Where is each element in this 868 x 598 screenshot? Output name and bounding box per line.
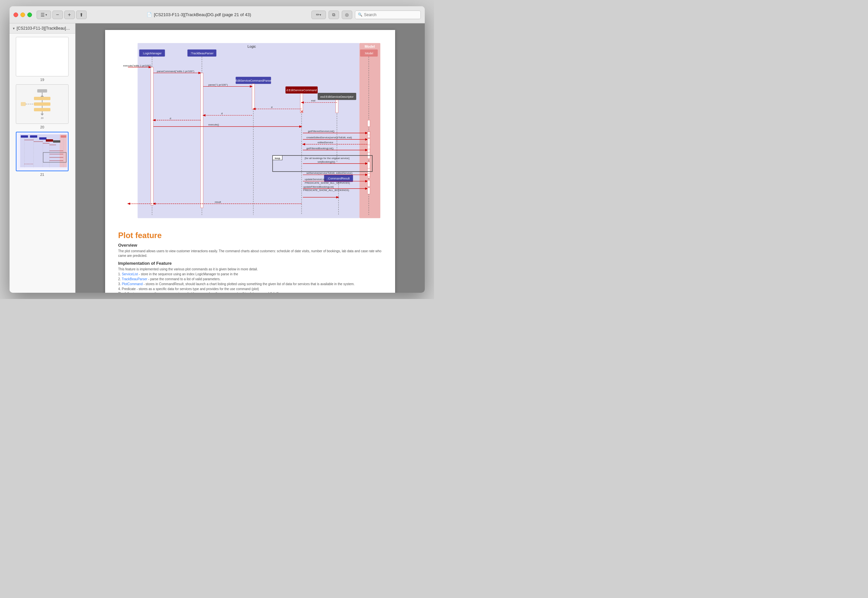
following-text: The following sequence diagram summarize… bbox=[118, 292, 382, 293]
svg-text:updateServiceList(: updateServiceList( bbox=[304, 178, 326, 181]
impl-item-1: 1. ServiceList - store in the sequence u… bbox=[118, 272, 382, 277]
page-num-21: 21 bbox=[40, 173, 44, 176]
svg-rect-62 bbox=[151, 67, 153, 205]
window-title: [CS2103-F11-3][TrackBeau]DG.pdf (page 21… bbox=[154, 12, 251, 17]
zoom-in-button[interactable]: + bbox=[64, 10, 75, 19]
svg-rect-20 bbox=[53, 140, 60, 143]
copy-button[interactable]: ⧉ bbox=[328, 10, 339, 19]
svg-text::EditServiceCommandParser: :EditServiceCommandParser bbox=[235, 79, 272, 82]
svg-rect-64 bbox=[252, 84, 255, 110]
pdf-area[interactable]: Logic Model :LogicManager :TrackBeauPars… bbox=[75, 23, 425, 293]
overview-heading: Overview bbox=[118, 243, 382, 248]
nav-button[interactable]: ◎ bbox=[342, 10, 352, 19]
sidebar-icon: ☰ bbox=[40, 12, 45, 18]
svg-rect-16 bbox=[21, 135, 28, 138]
svg-rect-18 bbox=[39, 137, 46, 140]
svg-rect-120 bbox=[367, 180, 370, 187]
svg-text::LogicManager: :LogicManager bbox=[142, 52, 162, 55]
svg-rect-3 bbox=[34, 97, 50, 100]
diagram-container: Logic Model :LogicManager :TrackBeauPars… bbox=[118, 40, 382, 224]
zoom-out-button[interactable]: − bbox=[52, 10, 63, 19]
svg-text:setService(serviceToEdit, edit: setService(serviceToEdit, editedService) bbox=[306, 172, 352, 175]
overview-text: The plot command allows users to view cu… bbox=[118, 249, 382, 258]
titlebar: ☰ ▾ − + ⬆ 📄 [CS2103-F11-3][TrackBeau]DG.… bbox=[9, 6, 425, 23]
page-thumb-20: 20 bbox=[16, 84, 69, 124]
svg-text:esd:EditServiceDescriptor: esd:EditServiceDescriptor bbox=[320, 95, 353, 99]
traffic-lights bbox=[13, 12, 32, 17]
svg-text::CommandResult: :CommandResult bbox=[327, 177, 350, 180]
svg-text::TrackBeauParser: :TrackBeauParser bbox=[190, 52, 213, 55]
svg-text:execute(): execute() bbox=[208, 123, 219, 126]
svg-text:updateFilteredBookingList(: updateFilteredBookingList( bbox=[303, 185, 333, 188]
svg-text:PREDICATE_SHOW_ALL_SERVICES): PREDICATE_SHOW_ALL_SERVICES) bbox=[304, 181, 350, 184]
svg-text:parseCommand("edits 1 pr/100"): parseCommand("edits 1 pr/100") bbox=[157, 70, 195, 73]
chevron-down-icon: ▾ bbox=[45, 13, 47, 16]
sidebar-toggle-button[interactable]: ☰ ▾ bbox=[37, 10, 51, 19]
svg-text:d: d bbox=[221, 112, 222, 115]
sequence-diagram: Logic Model :LogicManager :TrackBeauPars… bbox=[118, 40, 382, 223]
svg-text:d: d bbox=[271, 106, 272, 109]
app-window: ☰ ▾ − + ⬆ 📄 [CS2103-F11-3][TrackBeau]DG.… bbox=[9, 6, 425, 293]
svg-text::Model: :Model bbox=[364, 52, 373, 55]
impl-item-2: 2. TrackBeauParser - parse the command t… bbox=[118, 277, 382, 281]
impl-item-3: 3. PlotCommand - stores in CommandResult… bbox=[118, 281, 382, 287]
chevron-down-icon2: ▾ bbox=[320, 13, 321, 16]
minimize-button[interactable] bbox=[20, 12, 25, 17]
impl-item-4: 4. Predicate - stores as a specific data… bbox=[118, 287, 382, 292]
svg-text:getFilteredBookingList(): getFilteredBookingList() bbox=[306, 147, 333, 150]
annotate-button[interactable]: ✏ ▾ bbox=[312, 10, 326, 19]
svg-text:[for all bookings for the orig: [for all bookings for the original servi… bbox=[304, 157, 349, 160]
page-num-20: 20 bbox=[40, 125, 44, 129]
pen-icon: ✏ bbox=[316, 12, 320, 17]
search-icon: 🔍 bbox=[358, 12, 363, 17]
sidebar-title: [CS2103-F11-3][TrackBeau]D... bbox=[17, 26, 72, 31]
svg-marker-2 bbox=[40, 95, 44, 97]
sidebar-page-20[interactable]: 20 20 bbox=[12, 84, 72, 129]
page-num-19: 19 bbox=[40, 78, 44, 82]
svg-rect-17 bbox=[30, 135, 37, 138]
maximize-button[interactable] bbox=[27, 12, 32, 17]
page-thumb-19 bbox=[16, 37, 69, 76]
titlebar-tools: ☰ ▾ − + ⬆ bbox=[37, 10, 87, 19]
share-icon: ⬆ bbox=[79, 12, 83, 18]
svg-rect-118 bbox=[367, 149, 370, 152]
sidebar-page-19[interactable]: 19 bbox=[12, 37, 72, 82]
svg-text:✕: ✕ bbox=[300, 109, 303, 114]
impl-heading: Implementation of Feature bbox=[118, 261, 382, 266]
pdf-icon: 📄 bbox=[147, 12, 152, 17]
svg-text:d:EditServiceCommand: d:EditServiceCommand bbox=[286, 88, 317, 92]
sidebar: ▾ [CS2103-F11-3][TrackBeau]D... 19 bbox=[9, 23, 75, 293]
pdf-page: Logic Model :LogicManager :TrackBeauPars… bbox=[105, 30, 395, 293]
svg-text:set(Booking(b)): set(Booking(b)) bbox=[317, 160, 335, 163]
impl-text: This feature is implemented using the va… bbox=[118, 267, 382, 272]
svg-text:result: result bbox=[214, 200, 221, 203]
chevron-icon: ▾ bbox=[13, 26, 15, 31]
svg-rect-0 bbox=[37, 89, 47, 93]
svg-rect-67 bbox=[367, 120, 370, 127]
svg-rect-21 bbox=[61, 135, 66, 138]
sidebar-page-21[interactable]: 21 bbox=[12, 132, 72, 176]
titlebar-right: ✏ ▾ ⧉ ◎ 🔍 bbox=[312, 10, 421, 19]
share-button[interactable]: ⬆ bbox=[76, 10, 87, 19]
svg-text:parse("1 pr/100"): parse("1 pr/100") bbox=[208, 83, 228, 86]
svg-text:PREDICATE_SHOW_ALL_BOOKINGS): PREDICATE_SHOW_ALL_BOOKINGS) bbox=[303, 189, 349, 192]
svg-rect-121 bbox=[367, 188, 370, 194]
page-thumb-21 bbox=[16, 132, 69, 171]
svg-text:execute("edits 1 pr/100"): execute("edits 1 pr/100") bbox=[123, 64, 151, 67]
search-bar[interactable]: 🔍 bbox=[355, 10, 421, 19]
svg-text:getFilteredServiceList(): getFilteredServiceList() bbox=[308, 130, 334, 133]
svg-text:loop: loop bbox=[274, 157, 280, 160]
search-input[interactable] bbox=[364, 12, 418, 17]
svg-rect-63 bbox=[200, 73, 203, 208]
close-button[interactable] bbox=[13, 12, 18, 17]
plot-feature-section: Plot feature Overview The plot command a… bbox=[118, 231, 382, 293]
sidebar-header: ▾ [CS2103-F11-3][TrackBeau]D... bbox=[9, 23, 75, 34]
svg-rect-19 bbox=[46, 139, 53, 142]
svg-rect-117 bbox=[367, 139, 370, 145]
svg-marker-9 bbox=[40, 114, 44, 115]
plot-feature-title: Plot feature bbox=[118, 231, 382, 240]
main-content: ▾ [CS2103-F11-3][TrackBeau]D... 19 bbox=[9, 23, 425, 293]
svg-rect-5 bbox=[34, 102, 50, 106]
svg-text:d: d bbox=[170, 117, 171, 120]
copy-icon: ⧉ bbox=[332, 12, 335, 18]
